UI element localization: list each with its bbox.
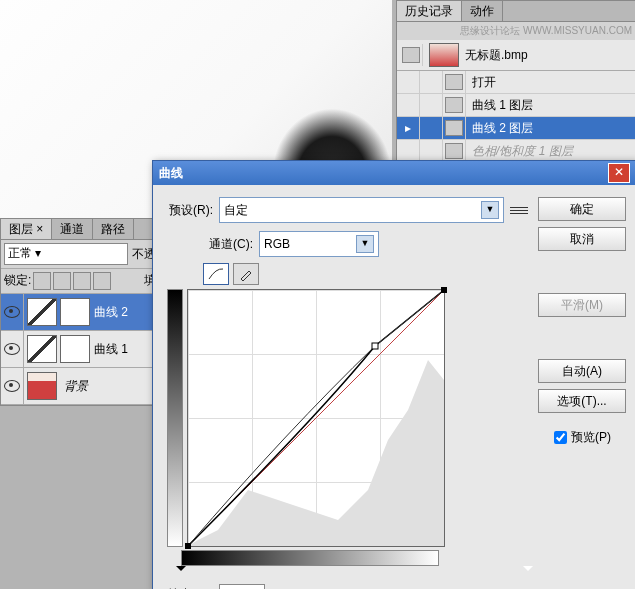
blend-mode-select[interactable]: 正常 ▾ — [4, 243, 128, 265]
history-label: 色相/饱和度 1 图层 — [466, 143, 573, 160]
history-label: 曲线 1 图层 — [466, 97, 533, 114]
eye-icon — [4, 380, 20, 392]
channel-label: 通道(C): — [203, 236, 253, 253]
lock-label: 锁定: — [4, 272, 31, 290]
layer-thumbnail — [27, 335, 57, 363]
history-item-open[interactable]: 打开 — [397, 71, 635, 94]
cancel-button[interactable]: 取消 — [538, 227, 626, 251]
layer-curves1[interactable]: 曲线 1 — [1, 331, 171, 368]
history-label: 曲线 2 图层 — [466, 120, 533, 137]
output-gradient — [167, 289, 183, 547]
lock-all-icon[interactable] — [93, 272, 111, 290]
svg-rect-3 — [441, 287, 447, 293]
lock-pixels-icon[interactable] — [53, 272, 71, 290]
dialog-titlebar[interactable]: 曲线 ✕ — [153, 161, 635, 185]
options-button[interactable]: 选项(T)... — [538, 389, 626, 413]
output-label: 输出(O): — [163, 586, 213, 590]
lock-transparency-icon[interactable] — [33, 272, 51, 290]
svg-rect-2 — [185, 543, 191, 549]
auto-button[interactable]: 自动(A) — [538, 359, 626, 383]
chevron-down-icon: ▼ — [481, 201, 499, 219]
preset-label: 预设(R): — [163, 202, 213, 219]
visibility-toggle[interactable] — [1, 294, 24, 330]
curve-lines — [188, 290, 444, 546]
checkbox-input[interactable] — [554, 431, 567, 444]
tab-layers[interactable]: 图层 × — [1, 219, 52, 239]
smooth-button: 平滑(M) — [538, 293, 626, 317]
history-item-curves2[interactable]: ▸ 曲线 2 图层 — [397, 117, 635, 140]
curves-dialog: 曲线 ✕ 预设(R): 自定 ▼ 通道(C): RGB ▼ — [152, 160, 635, 589]
curve-point-tool[interactable] — [203, 263, 229, 285]
pencil-icon — [239, 267, 253, 281]
curve-pencil-tool[interactable] — [233, 263, 259, 285]
preset-select[interactable]: 自定 ▼ — [219, 197, 504, 223]
eye-icon — [4, 343, 20, 355]
curve-editor[interactable] — [187, 289, 445, 547]
layer-thumbnail — [27, 372, 57, 400]
dialog-title: 曲线 — [159, 165, 183, 182]
doc-name: 无标题.bmp — [465, 47, 528, 64]
layer-mask — [60, 335, 90, 363]
layer-name: 曲线 1 — [94, 341, 128, 358]
visibility-toggle[interactable] — [1, 331, 24, 367]
watermark-text: 思缘设计论坛 WWW.MISSYUAN.COM — [397, 22, 635, 40]
brush-icon — [402, 47, 420, 63]
layer-thumbnail — [27, 298, 57, 326]
curve-icon — [208, 268, 224, 280]
doc-thumbnail — [429, 43, 459, 67]
black-point-slider[interactable] — [176, 566, 186, 576]
channel-select[interactable]: RGB ▼ — [259, 231, 379, 257]
input-gradient — [181, 550, 439, 566]
history-item-curves1[interactable]: 曲线 1 图层 — [397, 94, 635, 117]
preset-menu-button[interactable] — [510, 203, 528, 217]
layer-background[interactable]: 背景 — [1, 368, 171, 405]
layer-mask — [60, 298, 90, 326]
layer-curves2[interactable]: 曲线 2 — [1, 294, 171, 331]
eye-icon — [4, 306, 20, 318]
preview-checkbox[interactable]: 预览(P) — [554, 429, 626, 446]
close-button[interactable]: ✕ — [608, 163, 630, 183]
chevron-down-icon: ▼ — [356, 235, 374, 253]
tab-paths[interactable]: 路径 — [93, 219, 134, 239]
history-panel: 历史记录 动作 思缘设计论坛 WWW.MISSYUAN.COM 无标题.bmp … — [396, 0, 635, 164]
white-point-slider[interactable] — [523, 566, 533, 576]
history-document[interactable]: 无标题.bmp — [397, 40, 635, 71]
layer-name: 背景 — [64, 378, 88, 395]
layer-icon — [445, 97, 463, 113]
tab-actions[interactable]: 动作 — [462, 1, 503, 21]
output-field[interactable] — [219, 584, 265, 589]
history-tabs: 历史记录 动作 — [397, 1, 635, 22]
history-label: 打开 — [466, 74, 496, 91]
layers-tabs: 图层 × 通道 路径 — [1, 219, 171, 240]
tab-history[interactable]: 历史记录 — [397, 1, 462, 21]
layers-panel: 图层 × 通道 路径 正常 ▾ 不透明 锁定: 填充 曲线 2 曲线 1 背景 — [0, 218, 172, 406]
file-icon — [445, 74, 463, 90]
visibility-toggle[interactable] — [1, 368, 24, 404]
layer-icon — [445, 120, 463, 136]
ok-button[interactable]: 确定 — [538, 197, 626, 221]
svg-rect-1 — [372, 343, 378, 349]
layer-name: 曲线 2 — [94, 304, 128, 321]
layer-icon — [445, 143, 463, 159]
tab-channels[interactable]: 通道 — [52, 219, 93, 239]
lock-position-icon[interactable] — [73, 272, 91, 290]
